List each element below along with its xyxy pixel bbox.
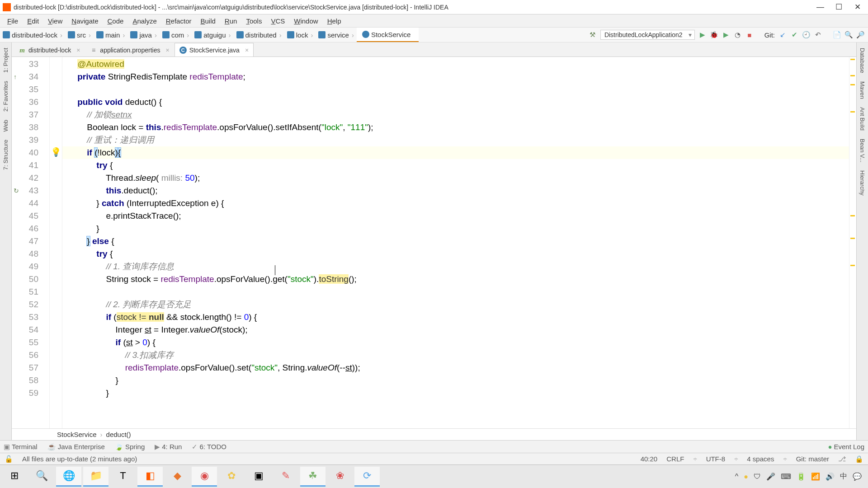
menu-item-view[interactable]: View [43, 17, 67, 25]
crumb-src[interactable]: src [65, 28, 94, 42]
menu-item-navigate[interactable]: Navigate [67, 17, 103, 25]
crumb-java[interactable]: java [127, 28, 160, 42]
code-line[interactable]: Integer st = Integer.valueOf(stock); [62, 324, 849, 336]
line-number-gutter[interactable]: 3334↑353637383940414243↻4445464748495051… [12, 57, 50, 428]
menu-item-code[interactable]: Code [103, 17, 128, 25]
warning-marker[interactable] [850, 265, 855, 266]
intention-bulb-icon[interactable]: 💡 [50, 145, 62, 158]
tray-volume-icon[interactable]: 🔊 [826, 472, 835, 481]
status-lock-end-icon[interactable]: 🔒 [855, 455, 863, 463]
line-number[interactable]: 50 [12, 273, 49, 286]
line-number[interactable]: 45 [12, 210, 49, 222]
crumb-StockService[interactable]: StockService [357, 28, 419, 42]
toolwindow-hierarchy[interactable]: Hierarchy [859, 168, 866, 198]
tray-mic-icon[interactable]: 🎤 [766, 472, 775, 481]
run-config-dropdown[interactable]: DistributedLockApplication2 [600, 30, 695, 40]
crumb-main[interactable]: main [94, 28, 128, 42]
app-icon-1[interactable]: ◆ [165, 467, 190, 487]
code-line[interactable]: redisTemplate.opsForValue().set("stock",… [62, 361, 849, 374]
line-number[interactable]: 47 [12, 235, 49, 248]
menu-item-file[interactable]: File [3, 17, 23, 25]
line-number[interactable]: 40 [12, 146, 49, 159]
code-line[interactable]: // 加锁setnx [62, 108, 849, 121]
code-line[interactable]: } catch (InterruptedException e) { [62, 197, 849, 210]
toolwindow----favorites[interactable]: 2: Favorites [2, 78, 9, 114]
find-icon[interactable]: 🔎 [856, 31, 864, 39]
line-number[interactable]: 43↻ [12, 184, 49, 197]
tab-distributed-lock[interactable]: mdistributed-lock× [14, 43, 85, 56]
line-number[interactable]: 53 [12, 311, 49, 324]
crumb-atguigu[interactable]: atguigu [192, 28, 233, 42]
menu-item-tools[interactable]: Tools [241, 17, 266, 25]
minimize-button[interactable]: — [816, 4, 823, 10]
code-line[interactable]: public void deduct() { [62, 96, 849, 108]
terminal-icon[interactable]: ▣ [246, 467, 271, 487]
line-number[interactable]: 35 [12, 83, 49, 96]
error-stripe[interactable] [849, 57, 856, 428]
tray-wifi-icon[interactable]: 📶 [811, 472, 820, 481]
line-number[interactable]: 52 [12, 298, 49, 311]
line-number[interactable]: 39 [12, 134, 49, 146]
stop-icon[interactable]: ■ [745, 31, 754, 39]
warning-marker[interactable] [850, 84, 855, 85]
start-button[interactable]: ⊞ [2, 467, 27, 487]
menu-item-window[interactable]: Window [289, 17, 322, 25]
line-number[interactable]: 42 [12, 172, 49, 184]
text-editor-icon[interactable]: T [110, 467, 136, 487]
line-number[interactable]: 49 [12, 260, 49, 273]
code-area[interactable]: @Autowired private StringRedisTemplate r… [62, 57, 849, 428]
menu-item-refactor[interactable]: Refactor [161, 17, 196, 25]
explorer-icon[interactable]: 📁 [83, 467, 108, 487]
code-line[interactable]: } [62, 387, 849, 399]
warning-marker[interactable] [850, 75, 855, 76]
line-number[interactable]: 46 [12, 222, 49, 235]
code-line[interactable]: // 2. 判断库存是否充足 [62, 298, 849, 311]
code-line[interactable]: e.printStackTrace(); [62, 210, 849, 222]
gutter-icon[interactable]: ↻ [14, 184, 19, 197]
code-line[interactable]: // 3.扣减库存 [62, 349, 849, 361]
chrome-icon[interactable]: 🌐 [56, 467, 81, 487]
toolwindow-spring[interactable]: 🍃Spring [115, 443, 145, 451]
crumb-distributed-lock[interactable]: distributed-lock [0, 28, 65, 42]
status-caret-pos[interactable]: 40:20 [641, 455, 658, 463]
line-number[interactable]: 54 [12, 324, 49, 336]
menu-item-analyze[interactable]: Analyze [128, 17, 161, 25]
vcs-update-icon[interactable]: ↙ [778, 31, 787, 39]
crumb-lock[interactable]: lock [284, 28, 316, 42]
app-icon-3[interactable]: ✿ [219, 467, 244, 487]
line-number[interactable]: 38 [12, 121, 49, 134]
toolwindow-ant-build[interactable]: Ant Build [859, 104, 866, 133]
warning-marker[interactable] [850, 215, 855, 216]
warning-marker[interactable] [850, 59, 855, 60]
status-encoding[interactable]: UTF-8 [706, 455, 726, 463]
toolwindow-web[interactable]: Web [2, 117, 9, 135]
vcs-history-icon[interactable]: 🕘 [802, 31, 810, 39]
run-icon[interactable]: ▶ [698, 31, 707, 39]
gutter-marks[interactable]: 💡 [50, 57, 62, 428]
warning-marker[interactable] [850, 111, 855, 113]
crumb-distributed[interactable]: distributed [234, 28, 284, 42]
search-icon[interactable]: 🔍 [844, 31, 853, 39]
line-number[interactable]: 36 [12, 96, 49, 108]
code-line[interactable]: } [62, 222, 849, 235]
event-log[interactable]: ●Event Log [828, 443, 864, 450]
tray-keyboard-icon[interactable]: ⌨ [781, 472, 791, 481]
line-number[interactable]: 34↑ [12, 70, 49, 83]
toolwindow----project[interactable]: 1: Project [2, 45, 9, 75]
toolwindow-database[interactable]: Database [859, 45, 866, 76]
menu-item-build[interactable]: Build [196, 17, 220, 25]
search-button[interactable]: 🔍 [29, 467, 54, 487]
vcs-revert-icon[interactable]: ↶ [814, 31, 822, 39]
menu-item-help[interactable]: Help [323, 17, 346, 25]
code-line[interactable]: } [62, 374, 849, 387]
code-line[interactable]: } else { [62, 235, 849, 248]
maximize-button[interactable]: ☐ [835, 4, 842, 10]
code-line[interactable]: // 重试：递归调用 [62, 134, 849, 146]
close-button[interactable]: ✕ [854, 4, 861, 10]
tab-application-properties[interactable]: ≡application.properties× [85, 43, 174, 56]
line-number[interactable]: 55 [12, 336, 49, 349]
app-icon-4[interactable]: ✎ [273, 467, 298, 487]
build-icon[interactable]: ⚒ [589, 31, 597, 39]
toolwindow-terminal[interactable]: ▣Terminal [4, 443, 38, 451]
code-line[interactable]: @Autowired [62, 58, 849, 70]
